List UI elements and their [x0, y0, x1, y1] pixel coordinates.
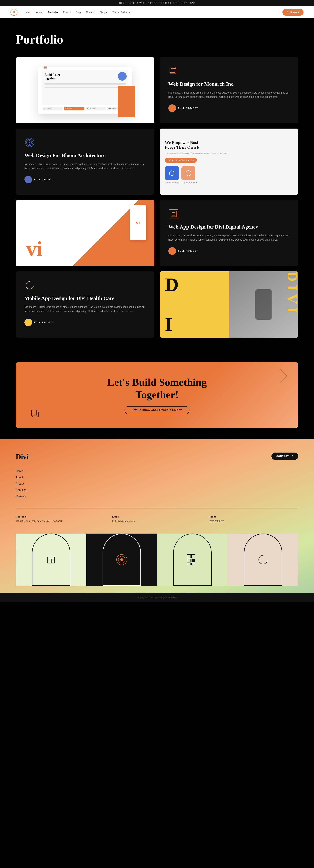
divi-side-d: D: [285, 271, 298, 281]
svg-line-4: [170, 72, 171, 74]
feature-cell: FEATURES: [42, 107, 63, 111]
portfolio-card-vi: vi vi: [16, 200, 154, 266]
bloom-link-circle: [24, 176, 32, 183]
cta-cube-icon: [30, 408, 42, 421]
nav-item-portfolio[interactable]: Portfolio: [48, 11, 58, 13]
footer-nav-careers[interactable]: Careers: [16, 495, 298, 498]
footer-phone-label: Phone: [209, 516, 298, 518]
divi-agency-link-circle: [168, 247, 176, 255]
svg-point-17: [280, 369, 281, 370]
cta-title: Let's Build Something Together!: [96, 376, 218, 401]
nav-item-blog[interactable]: Blog: [76, 11, 81, 13]
empower-boxes: [165, 166, 293, 180]
empower-box-2: [181, 166, 195, 180]
nav-item-about[interactable]: About: [36, 11, 42, 13]
footer-nav-product[interactable]: Product: [16, 482, 298, 485]
svg-rect-37: [192, 559, 195, 562]
svg-rect-38: [187, 563, 191, 565]
monarch-desc: Nisl massa, ultrices vitae ornare sit am…: [168, 91, 290, 99]
portfolio-card-build-faster: ✳ Build fastertogether.: [16, 57, 154, 123]
svg-line-24: [31, 415, 33, 417]
bloom-link[interactable]: FULL PROJECT: [24, 176, 146, 183]
footer-address-label: Address: [16, 516, 105, 518]
empower-btn[interactable]: GET A FREE CONSULTATION: [165, 158, 197, 163]
footer-bottom: Copyright © 2023 Divi. All Rights Reserv…: [0, 593, 314, 602]
sun-icon: ✳: [44, 65, 47, 70]
footer-info: Address 1234 Divi St. #1000, San Francis…: [16, 516, 298, 523]
footer-email-label: Email: [112, 516, 202, 518]
card-content-monarch: Web Design for Monarch Inc. Nisl massa, …: [160, 57, 298, 119]
vi-text: vi: [26, 237, 42, 261]
card-image-build-faster: ✳ Build fastertogether.: [16, 57, 154, 123]
divi-agency-title: Web App Design for Divi Digital Agency: [168, 223, 290, 230]
footer-nav: Home About Product Services Careers: [16, 470, 298, 498]
line: [45, 82, 125, 82]
divi-letter-i: I: [165, 316, 172, 333]
footer-nav-services[interactable]: Services: [16, 489, 298, 492]
footer-phone: Phone (253) 352-6258: [209, 516, 298, 523]
cta-button[interactable]: LET US KNOW ABOUT YOUR PROJECT: [124, 406, 189, 414]
nav-item-project[interactable]: Project: [63, 11, 71, 13]
footer-phone-value: (253) 352-6258: [209, 520, 298, 523]
monarch-link-text: FULL PROJECT: [178, 107, 198, 110]
svg-point-11: [186, 170, 191, 176]
empower-labels: Branding & Marketing Community & Social: [165, 182, 293, 183]
cta-box: Let's Build Something Together! LET US K…: [16, 362, 298, 428]
svg-point-41: [262, 554, 269, 561]
portfolio-section: Portfolio ✳ Build fastertogether.: [0, 18, 314, 351]
orange-block: [118, 86, 135, 117]
divi-letter-d: D: [165, 277, 179, 293]
nav-logo[interactable]: D: [10, 9, 18, 16]
svg-line-22: [31, 410, 33, 412]
footer-contact-button[interactable]: CONTACT US: [272, 453, 298, 460]
nav-cta-button[interactable]: OUR Work: [282, 9, 304, 16]
health-link[interactable]: FULL PROJECT: [24, 319, 146, 326]
monarch-link[interactable]: FULL PROJECT: [168, 104, 290, 112]
health-desc: Nisl massa, ultrices vitae ornare sit am…: [24, 305, 146, 313]
cta-section: Let's Build Something Together! LET US K…: [0, 351, 314, 439]
divi-agency-link[interactable]: FULL PROJECT: [168, 247, 290, 255]
footer: Divi CONTACT US Home About Product Servi…: [0, 439, 314, 593]
svg-rect-27: [49, 559, 52, 563]
divi-side-letters: D I V I: [286, 271, 298, 313]
divi-side-v: V: [285, 294, 298, 304]
footer-illustrations: [16, 533, 298, 586]
empower-box-1: [165, 166, 179, 180]
portfolio-card-divi-agency: Web App Design for Divi Digital Agency N…: [160, 200, 298, 266]
feature-cell-orange: LEARNING: [64, 107, 84, 111]
svg-line-23: [37, 410, 38, 412]
card-content-bloom: Web Design For Bloom Architecture Nisl m…: [16, 129, 154, 190]
laptop-mockup: ✳ Build fastertogether.: [38, 67, 132, 114]
feature-cell-2: PLATFORMS: [86, 107, 106, 111]
footer-nav-about[interactable]: About: [16, 476, 298, 479]
laptop-lines: [45, 82, 125, 88]
card-image-vi: vi vi: [16, 200, 154, 266]
bloom-title: Web Design For Bloom Architecture: [24, 152, 146, 159]
card-content-health: Mobile App Design for Divi Health Care N…: [16, 271, 154, 335]
empower-subtitle: Building communities and empowering busi…: [165, 152, 293, 154]
laptop-feature-row: FEATURES LEARNING PLATFORMS SOLUTIONS: [42, 107, 128, 111]
copyright-text: Copyright © 2023 Divi. All Rights Reserv…: [137, 596, 177, 599]
svg-line-3: [175, 67, 176, 68]
nav-item-shop[interactable]: Shop ▾: [99, 11, 107, 13]
footer-nav-home[interactable]: Home: [16, 470, 298, 473]
nav-item-contact[interactable]: Contact: [86, 11, 94, 13]
blue-circle: [118, 72, 127, 81]
svg-rect-34: [187, 554, 191, 558]
cta-decoration: [274, 369, 288, 383]
monarch-link-circle: [168, 104, 176, 112]
nav-left: D Home About Portfolio Project Blog Cont…: [10, 9, 130, 16]
nav-item-home[interactable]: Home: [24, 11, 31, 13]
divi-agency-icon: [168, 209, 290, 220]
footer-illus-4: [228, 533, 298, 586]
svg-line-5: [175, 72, 176, 74]
svg-point-19: [280, 381, 281, 382]
top-banner: GET STARTED WITH A FREE PROJECT CONSULTA…: [0, 0, 314, 6]
laptop-inner-title: Build fastertogether.: [45, 73, 125, 80]
svg-rect-13: [171, 211, 176, 217]
nav-item-theme-builder[interactable]: Theme Builder ▾: [113, 11, 130, 13]
illus-arch-3: [173, 533, 211, 586]
phone-silhouette: [255, 289, 272, 320]
divi-side-i2: I: [285, 307, 298, 313]
empower-content: We Empower BusiForge Their Own P Buildin…: [160, 135, 298, 188]
